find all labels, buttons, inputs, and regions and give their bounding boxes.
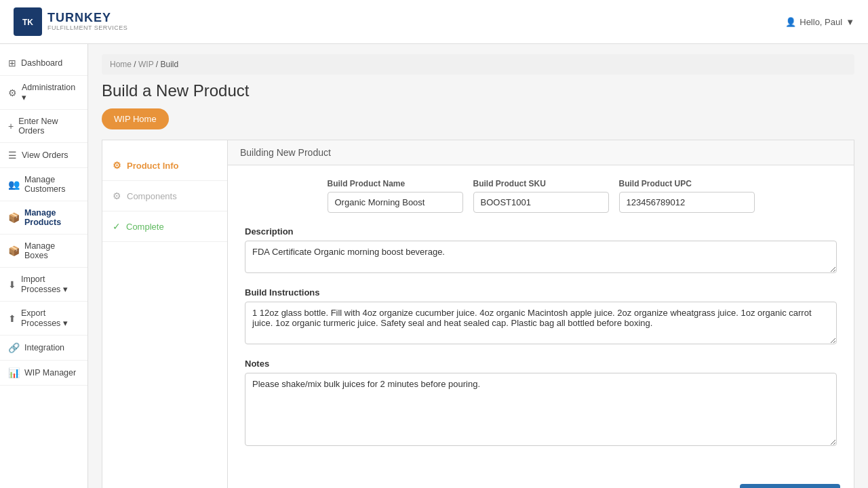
logo-icon: TK (14, 7, 42, 36)
save-continue-button[interactable]: Save and continue (740, 484, 840, 488)
sidebar-item-wip-manager[interactable]: 📊 WIP Manager (0, 361, 87, 386)
sidebar-label-wip: WIP Manager (24, 368, 76, 378)
product-fields-row: Build Product Name Build Product SKU Bui… (245, 179, 837, 213)
description-textarea[interactable] (245, 241, 837, 273)
step-product-info[interactable]: ⚙ Product Info (102, 150, 227, 181)
form-panel-body: Build Product Name Build Product SKU Bui… (228, 165, 854, 474)
breadcrumb-wip[interactable]: WIP (138, 60, 153, 69)
sidebar-label-export: Export Processes ▾ (21, 308, 79, 328)
dashboard-icon: ⊞ (8, 58, 16, 68)
sidebar-item-administration[interactable]: ⚙ Administration ▾ (0, 76, 87, 110)
page-title: Build a New Product (102, 81, 854, 100)
user-dropdown-icon[interactable]: ▼ (846, 17, 854, 27)
sidebar-label-admin: Administration ▾ (22, 83, 79, 102)
svg-text:TK: TK (22, 18, 33, 27)
step-components[interactable]: ⚙ Components (102, 181, 227, 211)
notes-textarea[interactable] (245, 373, 837, 446)
notes-label: Notes (245, 359, 837, 369)
brand-sub: FULFILLMENT SERVICES (47, 25, 127, 32)
description-label: Description (245, 226, 837, 237)
instructions-textarea[interactable] (245, 302, 837, 344)
form-actions: Save and continue (228, 474, 854, 488)
product-sku-input[interactable] (473, 192, 609, 213)
user-icon: 👤 (785, 17, 796, 27)
orders-icon: ☰ (8, 150, 17, 161)
product-name-group: Build Product Name (328, 179, 463, 213)
sidebar-item-import-processes[interactable]: ⬇ Import Processes ▾ (0, 268, 87, 302)
form-panel: Building New Product Build Product Name … (227, 140, 854, 488)
plus-icon: + (8, 121, 14, 131)
breadcrumb-sep2: / (156, 60, 161, 69)
sidebar-item-dashboard[interactable]: ⊞ Dashboard (0, 51, 87, 76)
sidebar-item-export-processes[interactable]: ⬆ Export Processes ▾ (0, 302, 87, 336)
export-icon: ⬆ (8, 313, 16, 324)
sidebar-label-enter-orders: Enter New Orders (18, 117, 79, 136)
wip-home-button[interactable]: WIP Home (102, 108, 169, 129)
sidebar-item-enter-orders[interactable]: + Enter New Orders (0, 110, 87, 143)
logo-text: TURNKEY FULFILLMENT SERVICES (47, 12, 127, 32)
customers-icon: 👥 (8, 179, 20, 190)
step-product-info-label: Product Info (127, 161, 179, 171)
sidebar-item-manage-products[interactable]: 📦 Manage Products (0, 201, 87, 235)
product-name-label: Build Product Name (328, 179, 463, 188)
admin-icon: ⚙ (8, 87, 17, 98)
user-greeting: Hello, Paul (800, 17, 842, 27)
layout: ⊞ Dashboard ⚙ Administration ▾ + Enter N… (0, 44, 868, 488)
step-components-icon: ⚙ (113, 190, 121, 201)
sidebar: ⊞ Dashboard ⚙ Administration ▾ + Enter N… (0, 44, 88, 488)
instructions-label: Build Instructions (245, 287, 837, 298)
boxes-icon: 📦 (8, 245, 20, 256)
sidebar-label-boxes: Manage Boxes (24, 241, 79, 260)
step-complete[interactable]: ✓ Complete (102, 211, 227, 242)
step-complete-label: Complete (126, 222, 164, 232)
product-name-input[interactable] (328, 192, 463, 213)
sidebar-item-manage-boxes[interactable]: 📦 Manage Boxes (0, 235, 87, 268)
product-upc-group: Build Product UPC (619, 179, 755, 213)
main-content: Home / WIP / Build Build a New Product W… (88, 44, 868, 488)
breadcrumb: Home / WIP / Build (102, 54, 854, 75)
brand-name: TURNKEY (47, 12, 127, 25)
description-section: Description (245, 226, 837, 275)
sidebar-label-customers: Manage Customers (24, 175, 79, 194)
steps-panel: ⚙ Product Info ⚙ Components ✓ Complete (102, 140, 227, 488)
product-sku-group: Build Product SKU (473, 179, 609, 213)
product-upc-input[interactable] (619, 192, 755, 213)
sidebar-item-integration[interactable]: 🔗 Integration (0, 336, 87, 361)
notes-section: Notes (245, 359, 837, 448)
sidebar-label-dashboard: Dashboard (21, 58, 62, 68)
content-area: ⚙ Product Info ⚙ Components ✓ Complete B… (102, 140, 854, 488)
breadcrumb-current: Build (161, 60, 179, 69)
sidebar-item-manage-customers[interactable]: 👥 Manage Customers (0, 168, 87, 201)
breadcrumb-home[interactable]: Home (110, 60, 132, 69)
step-components-label: Components (127, 191, 177, 201)
products-icon: 📦 (8, 212, 20, 223)
instructions-section: Build Instructions (245, 287, 837, 346)
sidebar-label-integration: Integration (24, 343, 64, 352)
user-info[interactable]: 👤 Hello, Paul ▼ (785, 17, 854, 27)
sidebar-label-view-orders: View Orders (22, 150, 68, 160)
step-product-info-icon: ⚙ (113, 160, 121, 171)
logo: TK TURNKEY FULFILLMENT SERVICES (14, 7, 127, 36)
integration-icon: 🔗 (8, 342, 20, 353)
product-sku-label: Build Product SKU (473, 179, 609, 188)
import-icon: ⬇ (8, 279, 16, 290)
sidebar-label-products: Manage Products (24, 208, 79, 227)
step-complete-icon: ✓ (113, 221, 121, 232)
sidebar-item-view-orders[interactable]: ☰ View Orders (0, 143, 87, 168)
product-upc-label: Build Product UPC (619, 179, 755, 188)
form-panel-header: Building New Product (228, 140, 854, 165)
wip-icon: 📊 (8, 367, 20, 378)
app-header: TK TURNKEY FULFILLMENT SERVICES 👤 Hello,… (0, 0, 868, 44)
sidebar-label-import: Import Processes ▾ (21, 274, 79, 294)
